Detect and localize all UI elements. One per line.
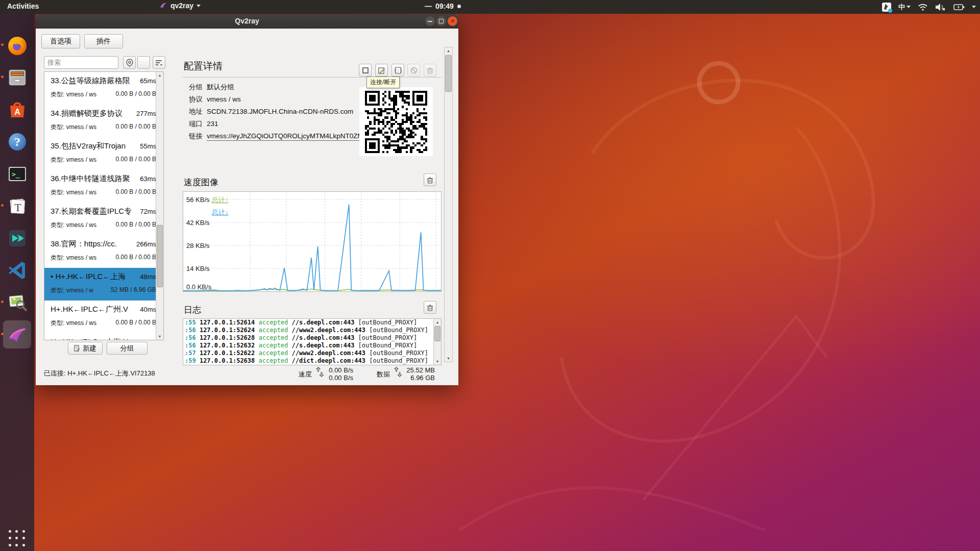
clear-graph-button[interactable] <box>424 173 436 186</box>
detail-label: 地址 <box>189 107 203 116</box>
server-type: 类型: vmess / ws <box>51 123 96 132</box>
y-tick: 56 KB/s <box>186 196 210 204</box>
dock-item-file-cabinet[interactable] <box>3 63 31 91</box>
scroll-up-arrow[interactable]: ▲ <box>445 47 452 54</box>
battery-icon[interactable] <box>953 4 965 11</box>
dock-item-text-editor[interactable]: T <box>3 192 31 220</box>
detail-label: 链接 <box>189 132 203 141</box>
dock-item-qv2ray[interactable] <box>3 320 31 348</box>
svg-text:A: A <box>14 108 20 116</box>
server-data: .52 MB / 6.96 GB <box>109 286 156 295</box>
locate-current-button[interactable] <box>123 56 136 69</box>
location-pin-icon <box>126 59 133 67</box>
edit-pencil-icon <box>378 67 385 74</box>
circle-slash-icon <box>410 67 418 74</box>
scroll-up-arrow[interactable]: ▲ <box>434 319 441 325</box>
delete-config-button[interactable] <box>424 64 436 77</box>
show-applications-button[interactable] <box>9 530 26 547</box>
system-tray: 中 <box>882 0 976 14</box>
blank-tool-button[interactable] <box>137 56 150 69</box>
input-method-indicator[interactable]: 中 <box>898 3 911 12</box>
activities-button[interactable]: Activities <box>7 2 39 10</box>
plugins-button[interactable]: 插件 <box>84 34 123 48</box>
server-data: 0.00 B / 0.00 B <box>116 156 156 164</box>
dock-item-teal-arrow-app[interactable] <box>3 224 31 252</box>
trash-icon <box>427 177 433 184</box>
svg-text:{:}: {:} <box>395 68 402 73</box>
dock-item-firefox[interactable] <box>3 31 31 59</box>
firefox-icon <box>6 34 29 57</box>
app-menu[interactable]: qv2ray <box>159 2 201 10</box>
server-list-scrollbar[interactable]: ▲ ▼ <box>156 72 163 340</box>
server-list-item[interactable]: H+.HK←IPLC←广州.V40ms类型: vmess / ws0.00 B … <box>44 300 163 333</box>
edit-config-button[interactable] <box>375 64 388 77</box>
detail-value[interactable]: vmess://eyJhZGQiOiJTQ0ROLjcyMTM4LkpNT0ZM… <box>207 132 360 141</box>
search-input[interactable] <box>44 56 118 69</box>
server-ping: 48ms <box>140 273 156 281</box>
log-panel[interactable]: :55 127.0.0.1:52614 accepted //s.deepl.c… <box>183 318 442 365</box>
svg-text:T: T <box>14 201 21 214</box>
preferences-label: 首选项 <box>50 37 71 46</box>
clear-log-button[interactable] <box>424 301 436 314</box>
server-type: 类型: vmess / ws <box>51 188 96 197</box>
dock-item-help[interactable]: ? <box>3 128 31 156</box>
legend-总计↑[interactable]: 总计↑ <box>211 196 229 204</box>
server-list-item[interactable]: H+.HK←IPLC←上海.V <box>44 333 163 340</box>
divider <box>183 77 442 78</box>
scroll-up-arrow[interactable]: ▲ <box>156 72 163 79</box>
scrollbar-thumb[interactable] <box>434 326 440 341</box>
volume-muted-icon[interactable] <box>935 3 946 11</box>
svg-text:?: ? <box>14 135 20 148</box>
preferences-button[interactable]: 首选项 <box>41 34 80 48</box>
close-button[interactable]: ✕ <box>448 16 457 26</box>
server-list-item[interactable]: 38.官网：https://cc.266ms类型: vmess / ws0.00… <box>44 235 163 268</box>
server-name: H+.HK←IPLC←广州.V <box>51 305 128 314</box>
new-config-button[interactable]: 新建 <box>68 342 103 355</box>
window-titlebar[interactable]: Qv2ray ✕ <box>36 14 458 29</box>
dock-item-screenshot-tool[interactable] <box>3 288 31 316</box>
scroll-down-arrow[interactable]: ▼ <box>445 355 452 362</box>
dock-item-terminal[interactable]: >_ <box>3 160 31 188</box>
server-data: 0.00 B / 0.00 B <box>116 221 156 230</box>
server-list-item[interactable]: • H+.HK←IPLC←上海48ms类型: vmess / w.52 MB /… <box>44 268 163 300</box>
config-details-title: 配置详情 <box>184 60 223 73</box>
edit-json-button[interactable]: {:} <box>391 64 404 77</box>
y-tick: 0.0 KB/s <box>186 283 212 291</box>
connection-status: 已连接: H+.HK←IPLC←上海.VI72138 <box>44 369 155 378</box>
app-menu-label: qv2ray <box>170 2 193 10</box>
server-list-item[interactable]: 34.捐赠解锁更多协议277ms类型: vmess / ws0.00 B / 0… <box>44 105 163 137</box>
speed-chart: 56 KB/s42 KB/s28 KB/s14 KB/s0.0 KB/s总计↑总… <box>183 191 442 292</box>
scroll-down-arrow[interactable]: ▼ <box>156 333 163 340</box>
server-data: 0.00 B / 0.00 B <box>116 188 156 197</box>
maximize-button[interactable] <box>436 16 446 26</box>
sort-button[interactable] <box>153 56 165 69</box>
server-ping: 55ms <box>140 142 156 150</box>
server-list-item[interactable]: 35.包括V2ray和Trojan55ms类型: vmess / ws0.00 … <box>44 137 163 170</box>
log-scrollbar[interactable]: ▲ ▼ <box>433 319 441 365</box>
group-button[interactable]: 分组 <box>107 342 148 355</box>
server-list-item[interactable]: 36.中继中转隧道线路聚63ms类型: vmess / ws0.00 B / 0… <box>44 170 163 203</box>
clock[interactable]: — 09:49 <box>425 2 461 10</box>
server-type: 类型: vmess / ws <box>51 221 96 230</box>
connect-disconnect-button[interactable] <box>359 64 372 77</box>
log-line: :56 127.0.0.1:52624 accepted //www2.deep… <box>183 327 441 334</box>
minimize-button[interactable] <box>425 16 435 26</box>
dock-item-ubuntu-software[interactable]: A <box>3 95 31 123</box>
server-list-item[interactable]: 33.公益等级線路嚴格限65ms类型: vmess / ws0.00 B / 0… <box>44 72 163 105</box>
new-document-icon <box>74 345 80 352</box>
server-list-item[interactable]: 37.长期套餐覆盖IPLC专72ms类型: vmess / ws0.00 B /… <box>44 203 163 235</box>
app-indicator-icon[interactable] <box>882 3 891 12</box>
wifi-icon[interactable] <box>918 3 928 11</box>
dock-item-vscode[interactable] <box>3 256 31 284</box>
legend-总计↓[interactable]: 总计↓ <box>211 208 229 216</box>
scroll-down-arrow[interactable]: ▼ <box>434 358 441 365</box>
main-scrollbar[interactable]: ▲ ▼ <box>444 47 453 362</box>
scrollbar-thumb[interactable] <box>157 225 163 287</box>
new-config-label: 新建 <box>83 344 96 353</box>
scrollbar-thumb[interactable] <box>445 55 452 92</box>
trash-icon <box>427 67 433 74</box>
detail-value: vmess / ws <box>207 95 241 103</box>
latency-test-button[interactable] <box>407 64 420 77</box>
text-editor-icon: T <box>7 195 28 217</box>
file-cabinet-icon <box>7 67 28 88</box>
